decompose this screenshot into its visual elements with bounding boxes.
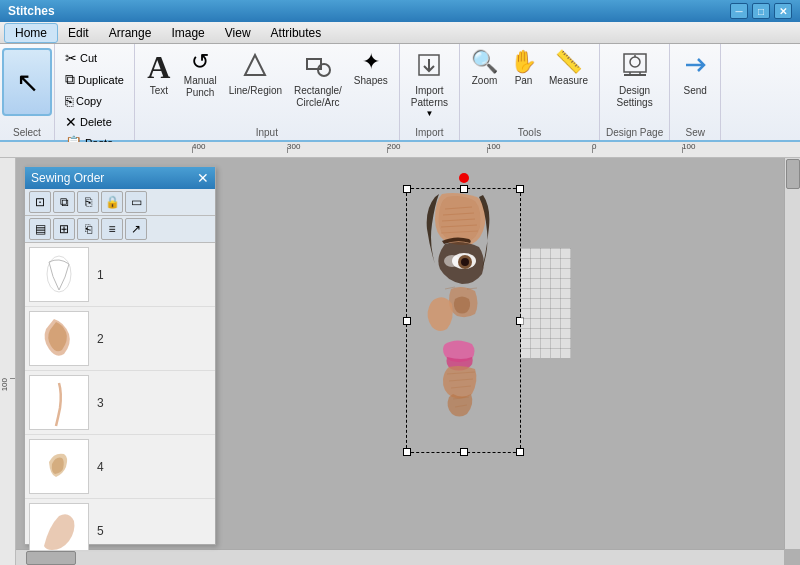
scrollbar-horizontal[interactable] <box>16 549 784 565</box>
panel-tool-lock[interactable]: 🔒 <box>101 191 123 213</box>
panel-list[interactable]: 1 2 <box>25 243 215 550</box>
list-item[interactable]: 3 <box>25 371 215 435</box>
list-item[interactable]: 2 <box>25 307 215 371</box>
item-5-thumb <box>29 503 89 550</box>
main-area: 100 Sewing Order ✕ ⊡ ⧉ ⎘ 🔒 ▭ ▤ ⊞ ⎗ <box>0 158 800 565</box>
delete-button[interactable]: ✕ Delete <box>61 112 128 132</box>
canvas[interactable]: Sewing Order ✕ ⊡ ⧉ ⎘ 🔒 ▭ ▤ ⊞ ⎗ ≡ ↗ <box>16 158 800 565</box>
design-settings-label: DesignSettings <box>617 85 653 109</box>
selection-border <box>406 188 521 453</box>
send-button[interactable]: Send <box>676 48 714 100</box>
menu-arrange[interactable]: Arrange <box>99 24 162 42</box>
panel-tool-rect[interactable]: ▭ <box>125 191 147 213</box>
list-item[interactable]: 4 <box>25 435 215 499</box>
select-group-content: ↖ <box>2 48 52 125</box>
manual-punch-icon: ↺ <box>191 51 209 73</box>
panel-tool-arrow[interactable]: ↗ <box>125 218 147 240</box>
line-region-button[interactable]: Line/Region <box>224 48 287 100</box>
shapes-button[interactable]: ✦ Shapes <box>349 48 393 90</box>
import-patterns-icon <box>415 51 443 83</box>
handle-br[interactable] <box>516 448 524 456</box>
cut-label: Cut <box>80 52 97 64</box>
list-item[interactable]: 5 <box>25 499 215 550</box>
panel-tool-add[interactable]: ⊞ <box>53 218 75 240</box>
select-button[interactable]: ↖ <box>2 48 52 116</box>
menu-view[interactable]: View <box>215 24 261 42</box>
text-icon: A <box>147 51 170 83</box>
zoom-button[interactable]: 🔍 Zoom <box>466 48 503 90</box>
scrollbar-vertical[interactable] <box>784 158 800 549</box>
manual-punch-button[interactable]: ↺ ManualPunch <box>179 48 222 102</box>
scroll-thumb-v[interactable] <box>786 159 800 189</box>
text-button[interactable]: A Text <box>141 48 177 100</box>
handle-tm[interactable] <box>460 185 468 193</box>
item-2-num: 2 <box>97 332 104 346</box>
ruler-mark-400: 400 <box>192 142 205 151</box>
minimize-button[interactable]: ─ <box>730 3 748 19</box>
delete-label: Delete <box>80 116 112 128</box>
panel-toolbar-2: ▤ ⊞ ⎗ ≡ ↗ <box>25 216 215 243</box>
copy-button[interactable]: ⎘ Copy <box>61 91 128 111</box>
duplicate-button[interactable]: ⧉ Duplicate <box>61 69 128 90</box>
design-area <box>406 188 521 453</box>
ribbon-group-design-page: DesignSettings Design Page <box>600 44 670 140</box>
select-label: Select <box>6 127 48 138</box>
measure-icon: 📏 <box>555 51 582 73</box>
panel-tool-menu[interactable]: ≡ <box>101 218 123 240</box>
ruler-left: 100 <box>0 158 16 565</box>
shapes-icon: ✦ <box>362 51 380 73</box>
send-label: Send <box>684 85 707 97</box>
input-group-content: A Text ↺ ManualPunch Line/Region <box>141 48 393 125</box>
menu-home[interactable]: Home <box>4 23 58 43</box>
title-controls: ─ □ ✕ <box>730 3 792 19</box>
sewing-order-panel: Sewing Order ✕ ⊡ ⧉ ⎘ 🔒 ▭ ▤ ⊞ ⎗ ≡ ↗ <box>24 166 216 545</box>
handle-bm[interactable] <box>460 448 468 456</box>
close-button[interactable]: ✕ <box>774 3 792 19</box>
svg-point-15 <box>461 258 469 266</box>
svg-line-22 <box>467 288 477 289</box>
menu-attributes[interactable]: Attributes <box>261 24 332 42</box>
duplicate-icon: ⧉ <box>65 71 75 88</box>
panel-tool-copy[interactable]: ⧉ <box>53 191 75 213</box>
input-label: Input <box>141 127 393 138</box>
rect-circle-button[interactable]: Rectangle/Circle/Arc <box>289 48 347 112</box>
grid-overlay <box>521 248 571 358</box>
menu-edit[interactable]: Edit <box>58 24 99 42</box>
handle-tl[interactable] <box>403 185 411 193</box>
ruler-mark-300: 300 <box>287 142 300 151</box>
item-1-num: 1 <box>97 268 104 282</box>
ribbon-group-clipboard: ✂ Cut ⧉ Duplicate ⎘ Copy ✕ Delete 📋 P <box>55 44 135 140</box>
menu-image[interactable]: Image <box>161 24 214 42</box>
handle-ml[interactable] <box>403 317 411 325</box>
import-patterns-button[interactable]: ImportPatterns ▼ <box>406 48 453 121</box>
panel-tool-paste[interactable]: ⎘ <box>77 191 99 213</box>
design-settings-button[interactable]: DesignSettings <box>612 48 658 112</box>
rect-circle-label: Rectangle/Circle/Arc <box>294 85 342 109</box>
text-label: Text <box>150 85 168 97</box>
ribbon-group-input: A Text ↺ ManualPunch Line/Region <box>135 44 400 140</box>
svg-marker-0 <box>245 55 265 75</box>
measure-button[interactable]: 📏 Measure <box>544 48 593 90</box>
panel-tool-up[interactable]: ⎗ <box>77 218 99 240</box>
panel-close-button[interactable]: ✕ <box>197 170 209 186</box>
maximize-button[interactable]: □ <box>752 3 770 19</box>
import-dropdown-icon: ▼ <box>425 109 433 118</box>
line-region-icon <box>241 51 269 83</box>
rotation-handle[interactable] <box>459 173 469 183</box>
ribbon-group-sew: Send Sew <box>670 44 721 140</box>
send-icon <box>681 51 709 83</box>
pan-button[interactable]: ✋ Pan <box>505 48 542 90</box>
handle-tr[interactable] <box>516 185 524 193</box>
panel-tool-grid[interactable]: ▤ <box>29 218 51 240</box>
panel-tool-select[interactable]: ⊡ <box>29 191 51 213</box>
list-item[interactable]: 1 <box>25 243 215 307</box>
design-settings-icon <box>621 51 649 83</box>
handle-bl[interactable] <box>403 448 411 456</box>
panel-toolbar-1: ⊡ ⧉ ⎘ 🔒 ▭ <box>25 189 215 216</box>
delete-icon: ✕ <box>65 114 77 130</box>
import-patterns-label: ImportPatterns <box>411 85 448 109</box>
cut-button[interactable]: ✂ Cut <box>61 48 128 68</box>
tools-label: Tools <box>466 127 593 138</box>
pan-label: Pan <box>515 75 533 87</box>
scroll-thumb-h[interactable] <box>26 551 76 565</box>
